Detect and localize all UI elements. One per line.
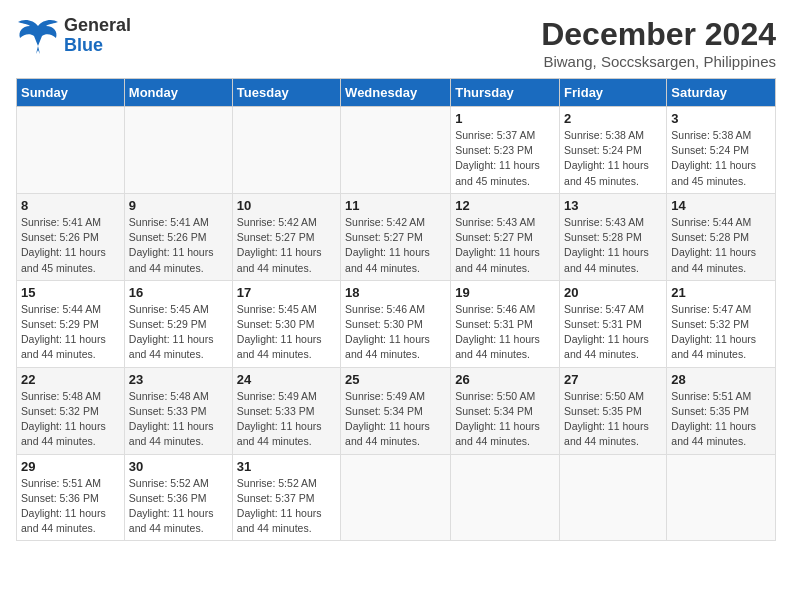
day-number: 25 — [345, 372, 446, 387]
header-tuesday: Tuesday — [232, 79, 340, 107]
day-info: Sunrise: 5:48 AMSunset: 5:33 PMDaylight:… — [129, 389, 228, 450]
day-number: 28 — [671, 372, 771, 387]
day-info: Sunrise: 5:45 AMSunset: 5:30 PMDaylight:… — [237, 302, 336, 363]
week-row-3: 15Sunrise: 5:44 AMSunset: 5:29 PMDayligh… — [17, 280, 776, 367]
day-info: Sunrise: 5:48 AMSunset: 5:32 PMDaylight:… — [21, 389, 120, 450]
day-info: Sunrise: 5:46 AMSunset: 5:31 PMDaylight:… — [455, 302, 555, 363]
header-monday: Monday — [124, 79, 232, 107]
page-subtitle: Biwang, Soccsksargen, Philippines — [541, 53, 776, 70]
calendar-cell: 30Sunrise: 5:52 AMSunset: 5:36 PMDayligh… — [124, 454, 232, 541]
week-row-1: 1Sunrise: 5:37 AMSunset: 5:23 PMDaylight… — [17, 107, 776, 194]
day-info: Sunrise: 5:41 AMSunset: 5:26 PMDaylight:… — [21, 215, 120, 276]
day-number: 21 — [671, 285, 771, 300]
day-info: Sunrise: 5:46 AMSunset: 5:30 PMDaylight:… — [345, 302, 446, 363]
day-info: Sunrise: 5:44 AMSunset: 5:29 PMDaylight:… — [21, 302, 120, 363]
calendar-cell: 14Sunrise: 5:44 AMSunset: 5:28 PMDayligh… — [667, 193, 776, 280]
day-number: 15 — [21, 285, 120, 300]
header-thursday: Thursday — [451, 79, 560, 107]
day-info: Sunrise: 5:42 AMSunset: 5:27 PMDaylight:… — [345, 215, 446, 276]
calendar-cell: 27Sunrise: 5:50 AMSunset: 5:35 PMDayligh… — [560, 367, 667, 454]
week-row-2: 8Sunrise: 5:41 AMSunset: 5:26 PMDaylight… — [17, 193, 776, 280]
calendar-table: SundayMondayTuesdayWednesdayThursdayFrid… — [16, 78, 776, 541]
calendar-cell: 21Sunrise: 5:47 AMSunset: 5:32 PMDayligh… — [667, 280, 776, 367]
calendar-cell: 16Sunrise: 5:45 AMSunset: 5:29 PMDayligh… — [124, 280, 232, 367]
calendar-cell: 10Sunrise: 5:42 AMSunset: 5:27 PMDayligh… — [232, 193, 340, 280]
logo-text: General Blue — [64, 16, 131, 56]
day-info: Sunrise: 5:52 AMSunset: 5:37 PMDaylight:… — [237, 476, 336, 537]
day-number: 20 — [564, 285, 662, 300]
page-title: December 2024 — [541, 16, 776, 53]
day-number: 3 — [671, 111, 771, 126]
day-info: Sunrise: 5:45 AMSunset: 5:29 PMDaylight:… — [129, 302, 228, 363]
calendar-cell: 12Sunrise: 5:43 AMSunset: 5:27 PMDayligh… — [451, 193, 560, 280]
day-number: 27 — [564, 372, 662, 387]
header-row: SundayMondayTuesdayWednesdayThursdayFrid… — [17, 79, 776, 107]
calendar-cell: 24Sunrise: 5:49 AMSunset: 5:33 PMDayligh… — [232, 367, 340, 454]
calendar-cell: 11Sunrise: 5:42 AMSunset: 5:27 PMDayligh… — [341, 193, 451, 280]
calendar-cell — [17, 107, 125, 194]
calendar-cell: 3Sunrise: 5:38 AMSunset: 5:24 PMDaylight… — [667, 107, 776, 194]
day-info: Sunrise: 5:50 AMSunset: 5:34 PMDaylight:… — [455, 389, 555, 450]
calendar-cell: 28Sunrise: 5:51 AMSunset: 5:35 PMDayligh… — [667, 367, 776, 454]
week-row-5: 29Sunrise: 5:51 AMSunset: 5:36 PMDayligh… — [17, 454, 776, 541]
header-wednesday: Wednesday — [341, 79, 451, 107]
day-number: 2 — [564, 111, 662, 126]
calendar-cell: 26Sunrise: 5:50 AMSunset: 5:34 PMDayligh… — [451, 367, 560, 454]
day-number: 29 — [21, 459, 120, 474]
week-row-4: 22Sunrise: 5:48 AMSunset: 5:32 PMDayligh… — [17, 367, 776, 454]
day-info: Sunrise: 5:47 AMSunset: 5:31 PMDaylight:… — [564, 302, 662, 363]
calendar-cell: 15Sunrise: 5:44 AMSunset: 5:29 PMDayligh… — [17, 280, 125, 367]
day-number: 31 — [237, 459, 336, 474]
calendar-cell — [667, 454, 776, 541]
calendar-cell — [232, 107, 340, 194]
calendar-cell: 31Sunrise: 5:52 AMSunset: 5:37 PMDayligh… — [232, 454, 340, 541]
calendar-cell: 2Sunrise: 5:38 AMSunset: 5:24 PMDaylight… — [560, 107, 667, 194]
day-info: Sunrise: 5:38 AMSunset: 5:24 PMDaylight:… — [671, 128, 771, 189]
day-info: Sunrise: 5:49 AMSunset: 5:34 PMDaylight:… — [345, 389, 446, 450]
header-sunday: Sunday — [17, 79, 125, 107]
logo-icon — [16, 18, 60, 54]
day-info: Sunrise: 5:47 AMSunset: 5:32 PMDaylight:… — [671, 302, 771, 363]
day-info: Sunrise: 5:44 AMSunset: 5:28 PMDaylight:… — [671, 215, 771, 276]
day-info: Sunrise: 5:42 AMSunset: 5:27 PMDaylight:… — [237, 215, 336, 276]
calendar-cell: 9Sunrise: 5:41 AMSunset: 5:26 PMDaylight… — [124, 193, 232, 280]
calendar-cell: 1Sunrise: 5:37 AMSunset: 5:23 PMDaylight… — [451, 107, 560, 194]
page-header: General Blue December 2024 Biwang, Soccs… — [16, 16, 776, 70]
day-info: Sunrise: 5:51 AMSunset: 5:36 PMDaylight:… — [21, 476, 120, 537]
day-number: 14 — [671, 198, 771, 213]
day-number: 30 — [129, 459, 228, 474]
day-info: Sunrise: 5:38 AMSunset: 5:24 PMDaylight:… — [564, 128, 662, 189]
calendar-cell: 20Sunrise: 5:47 AMSunset: 5:31 PMDayligh… — [560, 280, 667, 367]
calendar-cell: 18Sunrise: 5:46 AMSunset: 5:30 PMDayligh… — [341, 280, 451, 367]
day-info: Sunrise: 5:49 AMSunset: 5:33 PMDaylight:… — [237, 389, 336, 450]
calendar-cell: 23Sunrise: 5:48 AMSunset: 5:33 PMDayligh… — [124, 367, 232, 454]
header-friday: Friday — [560, 79, 667, 107]
logo: General Blue — [16, 16, 131, 56]
day-info: Sunrise: 5:43 AMSunset: 5:28 PMDaylight:… — [564, 215, 662, 276]
day-number: 24 — [237, 372, 336, 387]
calendar-cell — [451, 454, 560, 541]
day-number: 22 — [21, 372, 120, 387]
calendar-cell — [341, 454, 451, 541]
day-number: 17 — [237, 285, 336, 300]
day-number: 10 — [237, 198, 336, 213]
calendar-cell — [124, 107, 232, 194]
calendar-cell: 17Sunrise: 5:45 AMSunset: 5:30 PMDayligh… — [232, 280, 340, 367]
day-number: 18 — [345, 285, 446, 300]
day-number: 16 — [129, 285, 228, 300]
calendar-cell: 22Sunrise: 5:48 AMSunset: 5:32 PMDayligh… — [17, 367, 125, 454]
day-number: 11 — [345, 198, 446, 213]
day-number: 23 — [129, 372, 228, 387]
day-info: Sunrise: 5:37 AMSunset: 5:23 PMDaylight:… — [455, 128, 555, 189]
day-info: Sunrise: 5:50 AMSunset: 5:35 PMDaylight:… — [564, 389, 662, 450]
day-info: Sunrise: 5:43 AMSunset: 5:27 PMDaylight:… — [455, 215, 555, 276]
day-number: 19 — [455, 285, 555, 300]
header-saturday: Saturday — [667, 79, 776, 107]
day-number: 26 — [455, 372, 555, 387]
day-info: Sunrise: 5:51 AMSunset: 5:35 PMDaylight:… — [671, 389, 771, 450]
day-info: Sunrise: 5:52 AMSunset: 5:36 PMDaylight:… — [129, 476, 228, 537]
calendar-cell — [560, 454, 667, 541]
day-number: 9 — [129, 198, 228, 213]
day-number: 8 — [21, 198, 120, 213]
calendar-cell: 29Sunrise: 5:51 AMSunset: 5:36 PMDayligh… — [17, 454, 125, 541]
